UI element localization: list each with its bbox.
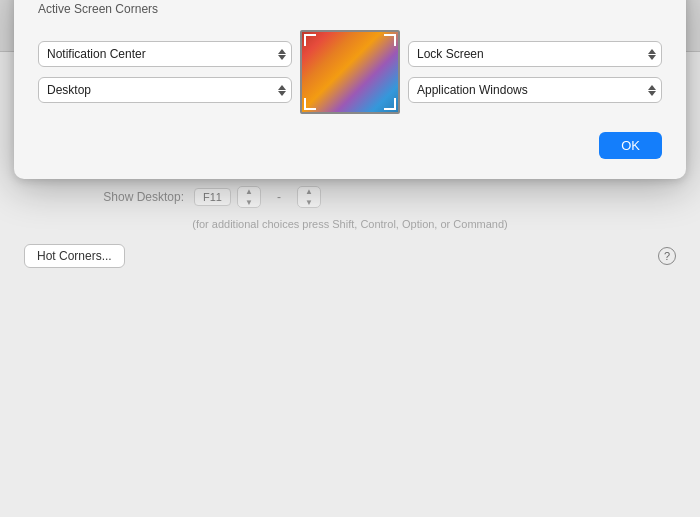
top-right-select[interactable]: Lock Screen Mission Control Application … bbox=[408, 41, 662, 67]
show-desktop-stepper2[interactable]: ▲ ▼ bbox=[297, 186, 321, 208]
show-desktop-shortcut-row: Show Desktop: F11 ▲ ▼ - ▲ ▼ bbox=[34, 182, 666, 212]
ok-button[interactable]: OK bbox=[599, 132, 662, 159]
bottom-left-select[interactable]: Desktop Mission Control Application Wind… bbox=[38, 77, 292, 103]
show-desktop-stepper[interactable]: ▲ ▼ bbox=[237, 186, 261, 208]
corners-container: Notification Center Mission Control Appl… bbox=[38, 30, 662, 114]
show-desktop-key: F11 bbox=[194, 188, 231, 206]
dialog-actions: OK bbox=[38, 132, 662, 159]
show-desktop-label: Show Desktop: bbox=[34, 190, 194, 204]
hint-text: (for additional choices press Shift, Con… bbox=[24, 212, 676, 236]
bottom-buttons-row: Hot Corners... ? bbox=[24, 236, 676, 280]
bottom-left-corner-indicator bbox=[304, 98, 316, 110]
top-right-select-wrapper: Lock Screen Mission Control Application … bbox=[408, 41, 662, 67]
bottom-left-select-wrapper: Desktop Mission Control Application Wind… bbox=[38, 77, 292, 103]
corners-right: Lock Screen Mission Control Application … bbox=[408, 41, 662, 103]
corner-arrows bbox=[302, 32, 398, 112]
active-screen-corners-dialog: Active Screen Corners Notification Cente… bbox=[14, 0, 686, 179]
dialog-section-label: Active Screen Corners bbox=[38, 2, 662, 16]
corners-left: Notification Center Mission Control Appl… bbox=[38, 41, 292, 103]
top-left-corner-indicator bbox=[304, 34, 316, 46]
top-left-select[interactable]: Notification Center Mission Control Appl… bbox=[38, 41, 292, 67]
top-right-corner-indicator bbox=[384, 34, 396, 46]
hot-corners-button[interactable]: Hot Corners... bbox=[24, 244, 125, 268]
screen-preview bbox=[300, 30, 400, 114]
top-left-select-wrapper: Notification Center Mission Control Appl… bbox=[38, 41, 292, 67]
bottom-right-corner-indicator bbox=[384, 98, 396, 110]
bottom-right-select[interactable]: Application Windows Mission Control Desk… bbox=[408, 77, 662, 103]
bottom-right-select-wrapper: Application Windows Mission Control Desk… bbox=[408, 77, 662, 103]
help-button[interactable]: ? bbox=[658, 247, 676, 265]
